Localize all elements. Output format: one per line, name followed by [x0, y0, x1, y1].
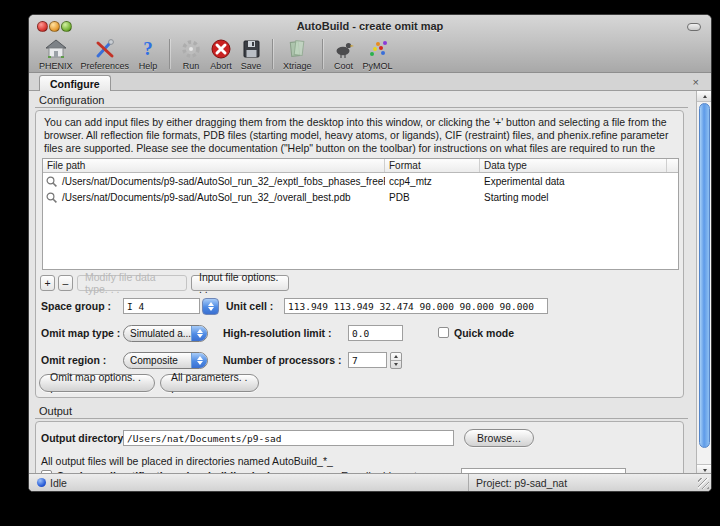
- toolbar-item-save[interactable]: Save: [236, 38, 266, 71]
- table-row[interactable]: /Users/nat/Documents/p9-sad/AutoSol_run_…: [43, 173, 678, 189]
- toolbar: PHENIX Preferences ? Help Run: [29, 38, 711, 73]
- table-header: File path Format Data type: [43, 159, 678, 173]
- toolbar-item-label: PyMOL: [363, 61, 393, 71]
- toolbar-separator: [169, 39, 170, 69]
- window-chrome: AutoBuild - create omit map PHENIX Prefe…: [29, 15, 711, 73]
- omit-region-dropdown[interactable]: Composite: [123, 352, 208, 369]
- toolbar-item-coot[interactable]: Coot: [329, 38, 359, 71]
- toolbar-item-label: PHENIX: [39, 61, 73, 71]
- spinner-down-icon: [391, 361, 401, 368]
- toolbar-item-pymol[interactable]: PyMOL: [359, 38, 397, 71]
- quick-mode-label: Quick mode: [454, 327, 514, 339]
- autobuild-window: AutoBuild - create omit map PHENIX Prefe…: [28, 14, 712, 492]
- input-files-table[interactable]: File path Format Data type /Users/nat/Do…: [42, 158, 679, 270]
- toolbar-item-help[interactable]: ? Help: [133, 38, 163, 71]
- tab-bar: Configure ×: [29, 73, 711, 91]
- configuration-section-title: Configuration: [39, 94, 104, 106]
- section-divider: [35, 107, 688, 108]
- section-divider: [35, 418, 688, 419]
- scroll-up-button[interactable]: [697, 91, 712, 102]
- tools-icon: [94, 38, 116, 60]
- space-group-stepper[interactable]: [202, 298, 219, 315]
- toolbar-item-phenix[interactable]: PHENIX: [35, 38, 77, 71]
- status-bar: Idle Project: p9-sad_nat: [29, 473, 711, 491]
- omit-map-options-button[interactable]: Omit map options. . .: [39, 374, 155, 392]
- column-header-file-path[interactable]: File path: [43, 159, 385, 172]
- number-of-processors-field[interactable]: 7: [348, 352, 387, 368]
- vertical-scrollbar[interactable]: [696, 91, 711, 475]
- add-file-button[interactable]: +: [40, 275, 55, 291]
- project-label: Project: p9-sad_nat: [476, 477, 567, 489]
- file-path-cell: /Users/nat/Documents/p9-sad/AutoSol_run_…: [58, 176, 385, 187]
- column-header-spacer: [667, 159, 678, 172]
- magnifier-icon: [45, 191, 58, 204]
- tab-configure[interactable]: Configure: [39, 75, 111, 91]
- ribbon-icon: [367, 38, 389, 60]
- quick-mode-checkbox[interactable]: [438, 327, 449, 338]
- unit-cell-label: Unit cell :: [226, 300, 273, 312]
- configuration-groupbox: You can add input files by either draggi…: [35, 110, 684, 398]
- status-indicator-icon: [37, 478, 46, 487]
- dropdown-value: Composite: [124, 355, 191, 366]
- browse-button[interactable]: Browse...: [464, 429, 534, 447]
- status-separator: [468, 474, 469, 491]
- toolbar-item-preferences[interactable]: Preferences: [77, 38, 134, 71]
- space-group-field[interactable]: I 4: [123, 298, 200, 314]
- modify-file-data-type-button[interactable]: Modify file data type. . .: [77, 275, 187, 291]
- toolbar-separator: [322, 39, 323, 69]
- main-content: Configuration You can add input files by…: [29, 91, 711, 475]
- output-note: All output files will be placed in direc…: [41, 455, 333, 467]
- spinner-up-icon: [391, 353, 401, 361]
- scroll-area: Configuration You can add input files by…: [30, 91, 696, 475]
- column-header-data-type[interactable]: Data type: [480, 159, 667, 172]
- scrollbar-thumb[interactable]: [699, 103, 710, 448]
- save-icon: [240, 38, 262, 60]
- space-group-label: Space group :: [41, 300, 111, 312]
- abort-icon: [210, 38, 232, 60]
- toolbar-item-label: Xtriage: [283, 61, 312, 71]
- toolbar-item-label: Run: [183, 61, 200, 71]
- omit-map-type-label: Omit map type :: [41, 327, 120, 339]
- toolbar-item-label: Abort: [210, 61, 232, 71]
- resize-grip[interactable]: [698, 478, 709, 489]
- window-title: AutoBuild - create omit map: [29, 20, 711, 32]
- close-icon[interactable]: ×: [693, 75, 699, 89]
- toolbar-item-run[interactable]: Run: [176, 38, 206, 71]
- toolbar-separator: [272, 39, 273, 69]
- toolbar-item-xtriage[interactable]: Xtriage: [279, 38, 316, 71]
- table-row[interactable]: /Users/nat/Documents/p9-sad/AutoSol_run_…: [43, 189, 678, 205]
- unit-cell-field[interactable]: 113.949 113.949 32.474 90.000 90.000 90.…: [284, 298, 548, 314]
- toolbar-item-label: Save: [241, 61, 262, 71]
- high-resolution-limit-label: High-resolution limit :: [223, 327, 332, 339]
- dropdown-arrows-icon: [191, 353, 207, 368]
- format-cell: ccp4_mtz: [385, 176, 480, 187]
- remove-file-button[interactable]: –: [58, 275, 73, 291]
- output-directory-field[interactable]: /Users/nat/Documents/p9-sad: [123, 430, 454, 446]
- toolbar-toggle-button[interactable]: [687, 23, 701, 31]
- input-file-options-button[interactable]: Input file options. . .: [191, 275, 289, 291]
- processors-spinner[interactable]: [390, 352, 402, 369]
- output-groupbox: Output directory : /Users/nat/Documents/…: [35, 421, 684, 475]
- output-directory-label: Output directory :: [41, 432, 130, 444]
- column-header-format[interactable]: Format: [385, 159, 480, 172]
- toolbar-item-abort[interactable]: Abort: [206, 38, 236, 71]
- toolbar-item-label: Preferences: [81, 61, 130, 71]
- tab-label: Configure: [50, 78, 100, 90]
- format-cell: PDB: [385, 192, 480, 203]
- magnifier-icon: [45, 175, 58, 188]
- file-path-cell: /Users/nat/Documents/p9-sad/AutoSol_run_…: [58, 192, 385, 203]
- gear-icon: [180, 38, 202, 60]
- titlebar: AutoBuild - create omit map: [29, 15, 711, 38]
- high-resolution-limit-field[interactable]: 0.0: [348, 325, 403, 341]
- omit-map-type-dropdown[interactable]: Simulated a...: [123, 325, 208, 342]
- dropdown-arrows-icon: [191, 326, 207, 341]
- data-type-cell: Experimental data: [480, 176, 667, 187]
- question-icon: ?: [137, 38, 159, 60]
- dropdown-value: Simulated a...: [124, 328, 191, 339]
- stepper-down-icon: [208, 307, 214, 311]
- stepper-up-icon: [208, 302, 214, 306]
- status-text: Idle: [50, 477, 67, 489]
- output-section-title: Output: [39, 405, 72, 417]
- omit-region-label: Omit region :: [41, 354, 106, 366]
- all-parameters-button[interactable]: All parameters. . .: [160, 374, 259, 392]
